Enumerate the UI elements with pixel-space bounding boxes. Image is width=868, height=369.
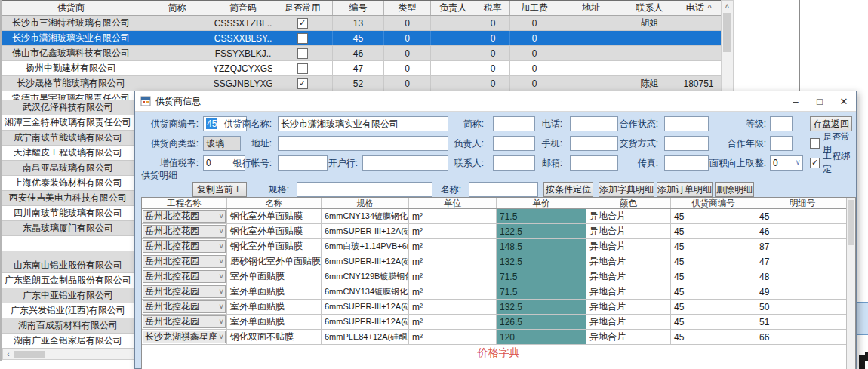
cell-detail-no[interactable]: 49 xyxy=(756,284,848,299)
column-header-tax[interactable]: 税率 xyxy=(476,1,510,15)
cell-unit-price[interactable]: 126.5 xyxy=(497,315,586,329)
cell-spec[interactable]: 6mmSUPER-III+12A(硅... xyxy=(322,224,409,238)
cell-spec[interactable]: 6mmCNY129B镀膜钢化 xyxy=(322,269,409,284)
cell-item-name[interactable]: 钢化室外单面贴膜 xyxy=(227,224,322,238)
cell-spec[interactable]: 6mmSUPER-III+12A(硅... xyxy=(322,315,409,329)
cell-supplier-no[interactable]: 45 xyxy=(671,254,756,269)
list-item[interactable]: 东晶玻璃厦门有限公司 xyxy=(2,221,134,236)
cell-color[interactable]: 异地合片 xyxy=(586,239,671,254)
cell-color[interactable]: 异地合片 xyxy=(586,254,671,269)
cell-project-combobox[interactable]: 岳州北控花园˅ xyxy=(142,269,227,284)
cell-unit[interactable]: m² xyxy=(409,269,497,284)
save-return-button[interactable]: 存盘返回 xyxy=(810,116,852,131)
name-filter-input[interactable] xyxy=(469,182,538,197)
cell-unit-price[interactable]: 120 xyxy=(497,330,586,344)
table-row[interactable]: 长沙市潇湘玻璃实业有限公司 CSSXXBLSY.. 45 0 0 0 xyxy=(2,31,721,46)
cell-project-combobox[interactable]: 岳州北控花园˅ xyxy=(142,300,227,314)
list-item[interactable]: 广东兴发铝业(江西)有限公司 xyxy=(2,303,134,318)
table-row[interactable]: 佛山市亿鑫玻璃科技有限公司 FSSYXBLKJ.. 46 0 0 0 xyxy=(2,46,721,61)
cell-project-combobox[interactable]: 岳州北控花园˅ xyxy=(142,284,227,299)
spec-filter-input[interactable] xyxy=(297,182,432,197)
common-checkbox[interactable] xyxy=(297,78,308,89)
cell-color[interactable]: 异地合片 xyxy=(586,284,671,299)
cell-detail-no[interactable]: 45 xyxy=(756,209,848,223)
locate-by-condition-button[interactable]: 按条件定位 xyxy=(543,182,593,197)
detail-row[interactable]: 岳州北控花园˅ 室外单面贴膜 6mmSUPER-III+12A(硅... m² … xyxy=(142,315,855,330)
dialog-titlebar[interactable]: 供货商信息 – □ ✕ xyxy=(135,91,856,112)
cell-detail-no[interactable]: 46 xyxy=(756,224,848,238)
copy-current-project-button[interactable]: 复制当前工程 xyxy=(192,182,247,197)
common-checkbox[interactable] xyxy=(297,18,308,29)
list-item[interactable]: 湘潭三金特种玻璃有限责任公司 xyxy=(2,115,134,131)
coop-years-input[interactable] xyxy=(770,136,793,151)
cell-supplier-no[interactable]: 45 xyxy=(671,239,756,254)
column-header-fee[interactable]: 加工费 xyxy=(510,1,559,15)
cell-project-combobox[interactable]: 岳州北控花园˅ xyxy=(142,254,227,269)
column-header-supplier-no[interactable]: 供货商编号 xyxy=(671,198,756,208)
column-header-common[interactable]: 是否常用 xyxy=(272,1,333,15)
grade-input[interactable] xyxy=(770,116,793,131)
cell-unit-price[interactable]: 132.5 xyxy=(497,254,586,269)
cell-unit[interactable]: m² xyxy=(409,224,497,238)
list-item[interactable]: 西安佳吉美电力科技有限公司 xyxy=(2,191,134,206)
cell-unit-price[interactable]: 132.5 xyxy=(497,300,586,314)
detail-row[interactable]: 岳州北控花园˅ 室外单面贴膜 6mmCNY134镀膜钢化 m² 71.5 异地合… xyxy=(142,284,855,300)
cell-supplier-no[interactable]: 45 xyxy=(671,224,756,238)
cell-item-name[interactable]: 室外单面贴膜 xyxy=(227,284,322,299)
add-dictionary-detail-button[interactable]: 添加字典明细 xyxy=(599,182,654,197)
cell-project-combobox[interactable]: 岳州北控花园˅ xyxy=(142,239,227,254)
cell-unit[interactable]: m² xyxy=(409,330,497,344)
cell-item-name[interactable]: 室外单面贴膜 xyxy=(227,315,322,329)
cell-supplier-no[interactable]: 45 xyxy=(671,209,756,223)
cell-supplier-no[interactable]: 45 xyxy=(671,269,756,284)
detail-row[interactable]: 岳州北控花园˅ 钢化室外单面贴膜 6mmSUPER-III+12A(硅... m… xyxy=(142,224,855,239)
column-header-address[interactable]: 地址 xyxy=(559,1,623,15)
scroll-left-icon[interactable]: ‹ xyxy=(3,350,14,358)
list-item[interactable]: 天津耀皮工程玻璃有限公司 xyxy=(2,146,134,161)
cell-item-name[interactable]: 磨砂钢化室外单面贴膜 xyxy=(227,254,322,269)
list-item[interactable]: 四川南玻节能玻璃有限公司 xyxy=(2,206,134,221)
cell-unit[interactable]: m² xyxy=(409,254,497,269)
cell-unit-price[interactable]: 148.5 xyxy=(497,239,586,254)
column-header-phone[interactable]: 电话^ xyxy=(676,1,721,15)
list-item[interactable]: 广东中亚铝业有限公司 xyxy=(2,288,134,303)
scrollbar-thumb[interactable] xyxy=(848,200,854,245)
cell-detail-no[interactable]: 87 xyxy=(756,239,848,254)
list-item[interactable]: 湖南广亚全铝家居有限公司 xyxy=(2,334,134,349)
table-vertical-scrollbar[interactable]: ˄ xyxy=(721,0,734,100)
cell-project-combobox[interactable]: 岳州北控花园˅ xyxy=(142,315,227,329)
column-header-supplier[interactable]: 供货商 xyxy=(2,1,140,15)
list-item[interactable]: 广东坚朗五金制品股份有限公司 xyxy=(2,273,134,288)
detail-row[interactable]: 岳州北控花园˅ 钢化室外单面贴膜 6mmCNY134镀膜钢化 m² 71.5 异… xyxy=(142,209,855,224)
detail-row[interactable]: 岳州北控花园˅ 室外单面贴膜 6mmCNY129B镀膜钢化 m² 71.5 异地… xyxy=(142,269,855,284)
common-checkbox[interactable] xyxy=(297,33,308,44)
cell-spec[interactable]: 6mmPLE84+12A(硅酮胶... xyxy=(322,330,409,344)
scroll-up-icon[interactable]: ˄ xyxy=(722,1,733,11)
cell-project-combobox[interactable]: 岳州北控花园˅ xyxy=(142,224,227,238)
column-header-manager[interactable]: 负责人 xyxy=(431,1,476,15)
column-header-price[interactable]: 单价 xyxy=(497,198,586,208)
list-item[interactable]: 上海优泰装饰材料有限公司 xyxy=(2,176,134,191)
often-used-checkbox[interactable]: 是否常用 xyxy=(810,136,856,151)
cell-item-name[interactable]: 钢化室外单面贴膜 xyxy=(227,239,322,254)
cell-unit-price[interactable]: 71.5 xyxy=(497,269,586,284)
cell-detail-no[interactable]: 51 xyxy=(756,315,848,329)
cell-unit[interactable]: m² xyxy=(409,209,497,223)
column-header-code[interactable]: 简音码 xyxy=(214,1,272,15)
column-header-unit[interactable]: 单位 xyxy=(409,198,497,208)
list-item[interactable]: 南昌亚晶玻璃有限公司 xyxy=(2,161,134,176)
column-header-contact[interactable]: 联系人 xyxy=(623,1,676,15)
cell-item-name[interactable]: 室外单面贴膜 xyxy=(227,300,322,314)
table-horizontal-scrollbar[interactable]: ‹ xyxy=(2,349,134,360)
cell-color[interactable]: 异地合片 xyxy=(586,224,671,238)
supplier-type-input[interactable]: 玻璃 xyxy=(203,136,241,151)
checkbox-icon[interactable] xyxy=(810,138,820,149)
project-bind-checkbox[interactable]: 工程绑定 xyxy=(810,155,856,171)
cell-color[interactable]: 异地合片 xyxy=(586,209,671,223)
list-item[interactable]: 山东南山铝业股份有限公司 xyxy=(2,258,134,273)
minimize-button[interactable]: – xyxy=(783,92,808,111)
cell-unit[interactable]: m² xyxy=(409,239,497,254)
cell-color[interactable]: 异地合片 xyxy=(586,269,671,284)
column-header-item[interactable]: 名称 xyxy=(227,198,322,208)
cell-item-name[interactable]: 室外单面贴膜 xyxy=(227,269,322,284)
